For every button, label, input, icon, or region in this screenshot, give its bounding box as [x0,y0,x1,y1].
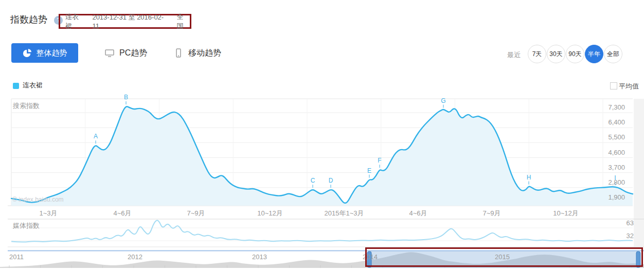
media-y-tick-label: 63 [582,219,634,227]
tab-label: 移动趋势 [188,48,221,59]
search-trend-line [11,106,633,203]
annotation-label-H: H [524,174,534,181]
search-index-title: 搜索指数 [13,101,40,111]
date-range-text: 2013-12-31 至 2016-02-11 [92,13,169,30]
x-axis-label: 10~12月 [530,209,602,218]
y-tick-label: 3,700 [579,164,625,171]
timeline-handle-right[interactable] [636,251,640,267]
year-label-2012: 2012 [128,253,142,261]
range-half-year-button[interactable]: 半年 [585,45,603,63]
baidu-index-page: ABCDEFGHI7,3006,4005,5004,6003,7002,8001… [0,0,644,270]
watermark: © index.baidu.com [12,196,64,203]
search-grid [8,99,633,206]
x-axis-label: 1~3月 [12,209,84,218]
media-index-title: 媒体指数 [13,221,40,230]
x-axis-label: 4~6月 [86,209,158,218]
annotation-label-I: I [610,174,620,182]
range-all-button[interactable]: 全部 [604,45,622,63]
tab-pc-trend[interactable]: PC趋势 [104,44,147,62]
range-prefix-label: 最近 [507,50,521,60]
timeline-handle-left[interactable] [367,251,371,267]
annotation-label-C: C [308,177,318,184]
tab-overall-trend[interactable]: 整体趋势 [11,43,78,63]
keyword-text: 连衣裙 [65,12,85,31]
charts-canvas [0,0,644,270]
search-trend-area [11,106,633,206]
y-tick-label: 2,800 [579,178,625,186]
media-y-tick-label: 32 [582,232,634,240]
average-checkbox[interactable] [610,82,617,89]
annotation-label-G: G [438,97,449,104]
range-90d-button[interactable]: 90天 [566,45,584,63]
annotation-label-A: A [91,133,101,140]
y-tick-label: 1,900 [579,193,625,201]
x-axis-label: 4~6月 [382,209,454,218]
tab-label: PC趋势 [119,48,147,59]
y-tick-label: 7,300 [579,103,625,111]
smartphone-icon [173,48,184,58]
x-axis-label: 10~12月 [234,209,306,218]
x-axis-label: 7~9月 [456,209,528,218]
y-tick-label: 4,600 [579,149,625,156]
year-label-2011: 2011 [9,253,24,261]
page-title: 指数趋势 [10,13,47,26]
average-label: 平均值 [619,82,639,91]
year-label-2013: 2013 [252,253,267,261]
range-30d-button[interactable]: 30天 [547,45,565,63]
legend-keyword-label[interactable]: 连衣裙 [23,81,43,90]
range-7d-button[interactable]: 7天 [528,45,546,63]
annotation-label-B: B [121,94,131,101]
annotation-label-F: F [374,157,385,164]
media-trend-line [11,221,633,242]
tab-label: 整体趋势 [37,48,67,58]
y-tick-label: 6,400 [579,118,625,126]
keyword-annotation-box: 连衣裙 2013-12-31 至 2016-02-11 全国 [59,14,191,29]
chart-labels-layer: ABCDEFGHI7,3006,4005,5004,6003,7002,8001… [0,0,644,270]
x-axis-label: 7~9月 [160,209,232,218]
pie-chart-icon [23,48,32,58]
annotation-label-D: D [326,177,336,184]
monitor-icon [104,48,115,58]
right-gutter [634,99,644,247]
legend-swatch[interactable] [13,83,19,89]
region-text: 全国 [176,12,190,31]
y-tick-label: 5,500 [579,133,625,141]
x-axis-label: 2015年1~3月 [308,209,380,218]
tab-mobile-trend[interactable]: 移动趋势 [173,44,221,62]
timeline-selection[interactable] [369,251,638,268]
annotation-label-E: E [364,167,374,174]
